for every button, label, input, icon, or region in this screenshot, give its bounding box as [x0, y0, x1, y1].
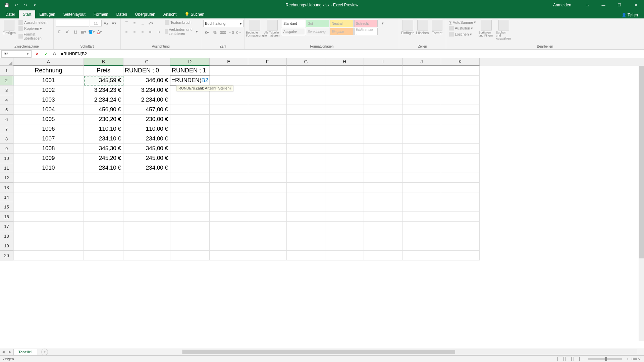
increase-decimal-icon[interactable]: ←0 — [227, 29, 235, 36]
undo-icon[interactable]: ↶ — [13, 2, 19, 8]
font-size-input[interactable] — [90, 20, 102, 26]
paste-button[interactable]: Einfügen — [2, 20, 16, 35]
cell-empty[interactable] — [248, 231, 287, 241]
cell-empty[interactable] — [210, 222, 248, 231]
cell-empty[interactable] — [364, 202, 402, 212]
cell-empty[interactable] — [364, 154, 402, 163]
col-header-E[interactable]: E — [210, 58, 248, 66]
row-header-17[interactable]: 17 — [0, 222, 13, 231]
cell-empty[interactable] — [210, 66, 248, 76]
cell-C5[interactable]: 457,00 € — [123, 105, 170, 115]
zoom-in-icon[interactable]: + — [627, 357, 629, 361]
cell-empty[interactable] — [441, 76, 480, 85]
sign-in-link[interactable]: Anmelden — [553, 3, 571, 7]
style-eingabe[interactable]: Eingabe — [330, 28, 354, 35]
insert-function-icon[interactable]: fx — [50, 50, 59, 58]
format-as-table-button[interactable]: Als Tabelle formatieren — [264, 20, 280, 37]
cell-B2[interactable]: 345,59 € — [84, 76, 123, 85]
align-center-icon[interactable]: ≡ — [131, 28, 138, 35]
cell-empty[interactable] — [287, 134, 325, 144]
cell-empty[interactable] — [325, 76, 364, 85]
cell-empty[interactable] — [402, 144, 441, 154]
row-header-14[interactable]: 14 — [0, 192, 13, 202]
qat-more-icon[interactable]: ▾ — [32, 2, 38, 8]
row-header-9[interactable]: 9 — [0, 144, 13, 154]
cell-empty[interactable] — [248, 173, 287, 183]
cell-empty[interactable] — [210, 231, 248, 241]
thousands-button[interactable]: 000 — [219, 29, 227, 36]
find-select-button[interactable]: Suchen und Auswählen — [496, 20, 512, 40]
cell-empty[interactable] — [402, 66, 441, 76]
tab-einfuegen[interactable]: Einfügen — [35, 10, 59, 18]
cell-empty[interactable] — [325, 222, 364, 231]
cell-empty[interactable] — [123, 231, 170, 241]
tab-ansicht[interactable]: Ansicht — [159, 10, 180, 18]
cell-A1[interactable]: Rechnung — [13, 66, 84, 76]
row-header-1[interactable]: 1 — [0, 66, 13, 76]
italic-button[interactable]: K — [64, 28, 71, 35]
increase-font-icon[interactable]: A▴ — [102, 20, 110, 26]
cell-empty[interactable] — [248, 192, 287, 202]
cell-empty[interactable] — [364, 212, 402, 222]
cell-empty[interactable] — [364, 124, 402, 134]
cell-empty[interactable] — [402, 134, 441, 144]
cell-empty[interactable] — [210, 173, 248, 183]
close-icon[interactable]: ✕ — [631, 0, 641, 10]
cell-C2[interactable]: 346,00 € — [123, 76, 170, 85]
cell-empty[interactable] — [364, 183, 402, 192]
cell-empty[interactable] — [248, 183, 287, 192]
cell-empty[interactable] — [170, 173, 210, 183]
page-layout-view-icon[interactable] — [566, 357, 572, 361]
row-header-7[interactable]: 7 — [0, 124, 13, 134]
cell-empty[interactable] — [123, 202, 170, 212]
align-bottom-icon[interactable]: ⎵ — [139, 20, 146, 26]
cell-B1[interactable]: Preis — [84, 66, 123, 76]
align-top-icon[interactable]: ⎴ — [123, 20, 130, 26]
cell-A6[interactable]: 1005 — [13, 115, 84, 124]
cell-empty[interactable] — [84, 183, 123, 192]
cell-empty[interactable] — [325, 115, 364, 124]
bold-button[interactable]: F — [56, 28, 63, 35]
number-format-dropdown[interactable]: Buchhaltung▾ — [203, 20, 244, 27]
cell-empty[interactable] — [287, 202, 325, 212]
underline-button[interactable]: U — [72, 28, 79, 35]
cell-empty[interactable] — [123, 192, 170, 202]
sheet-nav-next-icon[interactable]: ▶ — [7, 350, 13, 354]
cell-empty[interactable] — [248, 144, 287, 154]
cell-empty[interactable] — [441, 173, 480, 183]
sheet-nav-prev-icon[interactable]: ◀ — [0, 350, 7, 354]
row-header-10[interactable]: 10 — [0, 154, 13, 163]
cell-empty[interactable] — [84, 222, 123, 231]
cell-B3[interactable]: 3.234,23 € — [84, 85, 123, 95]
vertical-scrollbar[interactable] — [639, 66, 644, 341]
cell-empty[interactable] — [402, 183, 441, 192]
cell-empty[interactable] — [402, 173, 441, 183]
insert-cells-button[interactable]: Einfügen — [401, 20, 415, 35]
cell-empty[interactable] — [248, 124, 287, 134]
currency-button[interactable]: €▾ — [203, 29, 211, 36]
clear-button[interactable]: Löschen ▾ — [448, 32, 477, 37]
add-sheet-button[interactable]: + — [41, 349, 48, 355]
cell-empty[interactable] — [210, 76, 248, 85]
cell-empty[interactable] — [123, 222, 170, 231]
select-all-corner[interactable] — [0, 58, 13, 66]
page-break-view-icon[interactable] — [574, 357, 580, 361]
horizontal-scrollbar[interactable] — [182, 350, 637, 354]
row-header-6[interactable]: 6 — [0, 115, 13, 124]
cell-empty[interactable] — [170, 212, 210, 222]
cell-empty[interactable] — [325, 144, 364, 154]
cell-empty[interactable] — [287, 192, 325, 202]
cell-empty[interactable] — [248, 115, 287, 124]
cell-A8[interactable]: 1007 — [13, 134, 84, 144]
cell-empty[interactable] — [325, 183, 364, 192]
styles-more-icon[interactable]: ▾ — [379, 20, 386, 26]
cell-A11[interactable]: 1010 — [13, 163, 84, 173]
cell-empty[interactable] — [402, 76, 441, 85]
cell-empty[interactable] — [13, 212, 84, 222]
cell-empty[interactable] — [287, 173, 325, 183]
cell-empty[interactable] — [170, 251, 210, 260]
cell-empty[interactable] — [325, 124, 364, 134]
cell-empty[interactable] — [210, 212, 248, 222]
cell-empty[interactable] — [248, 105, 287, 115]
redo-icon[interactable]: ↷ — [22, 2, 29, 8]
